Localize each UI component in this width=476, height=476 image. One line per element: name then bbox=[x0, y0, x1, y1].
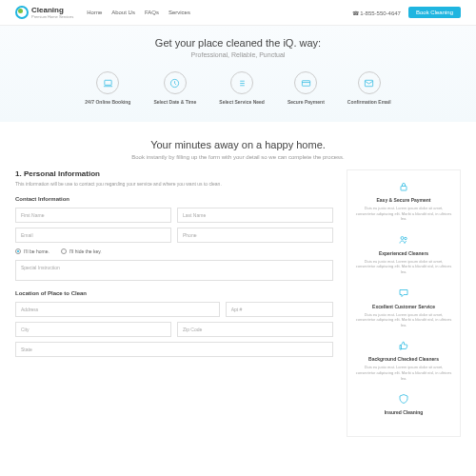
mid-section: Your minutes away on a happy home. Book … bbox=[0, 122, 476, 169]
address-field[interactable]: Address bbox=[15, 302, 220, 317]
feature-service: Excellent Customer Service Duis eu justo… bbox=[355, 287, 452, 328]
mail-icon bbox=[358, 71, 381, 94]
feature-cleaners: Experienced Cleaners Duis eu justo erat.… bbox=[355, 233, 452, 275]
svg-rect-0 bbox=[105, 80, 111, 85]
radio-icon bbox=[61, 248, 67, 254]
step-date: Select Date & Time bbox=[153, 71, 196, 105]
users-icon bbox=[397, 233, 410, 247]
nav-about[interactable]: About Us bbox=[111, 10, 135, 15]
phone-number[interactable]: ☎ 1-855-550-4647 bbox=[352, 10, 401, 16]
location-title: Location of Place to Clean bbox=[15, 290, 333, 296]
step-booking: 24/7 Online Booking bbox=[85, 71, 130, 105]
feature-insured: Insured Cleaning bbox=[355, 392, 452, 415]
booking-form: 1. Personal Information This information… bbox=[15, 169, 333, 437]
hero-subtitle: Professional, Reliable, Punctual bbox=[15, 51, 461, 58]
city-field[interactable]: City bbox=[15, 322, 171, 337]
navbar: Cleaning Premium Home Services Home Abou… bbox=[0, 0, 476, 26]
svg-rect-4 bbox=[401, 187, 407, 191]
list-icon bbox=[230, 71, 253, 94]
thumbs-up-icon bbox=[397, 339, 410, 352]
nav-home[interactable]: Home bbox=[87, 10, 102, 15]
zip-field[interactable]: Zip Code bbox=[177, 322, 333, 337]
card-icon bbox=[294, 71, 317, 94]
svg-point-6 bbox=[405, 237, 407, 240]
features-sidebar: Easy & Secure Payment Duis eu justo erat… bbox=[347, 169, 461, 437]
laptop-icon bbox=[96, 71, 119, 94]
email-field[interactable]: Email bbox=[15, 228, 171, 243]
logo-icon bbox=[15, 6, 29, 19]
svg-rect-2 bbox=[302, 80, 309, 86]
hero: Get your place cleaned the iQ. way: Prof… bbox=[0, 26, 476, 122]
chat-icon bbox=[397, 287, 410, 300]
lock-icon bbox=[397, 180, 410, 193]
form-section-desc: This information will be use to contact … bbox=[15, 181, 333, 187]
instruction-field[interactable]: Special Instruction bbox=[15, 260, 333, 281]
phone-field[interactable]: Phone bbox=[177, 228, 333, 243]
feature-payment: Easy & Secure Payment Duis eu justo erat… bbox=[355, 180, 452, 222]
radio-home[interactable]: I'll be home. bbox=[15, 248, 50, 254]
radio-key[interactable]: I'll hide the key. bbox=[61, 248, 102, 254]
steps-row: 24/7 Online Booking Select Date & Time S… bbox=[15, 71, 461, 105]
logo[interactable]: Cleaning Premium Home Services bbox=[15, 6, 73, 19]
nav-faqs[interactable]: FAQs bbox=[145, 10, 159, 15]
last-name-field[interactable]: Last Name bbox=[177, 208, 333, 223]
step-payment: Secure Payment bbox=[288, 71, 325, 105]
nav-links: Home About Us FAQs Services bbox=[87, 10, 190, 15]
mid-title: Your minutes away on a happy home. bbox=[15, 139, 461, 150]
contact-title: Contact Information bbox=[15, 196, 333, 202]
svg-point-5 bbox=[401, 236, 404, 239]
radio-icon bbox=[15, 248, 21, 254]
book-cleaning-button[interactable]: Book Cleaning bbox=[408, 7, 461, 18]
feature-background: Background Checked Cleaners Duis eu just… bbox=[355, 339, 452, 381]
apt-field[interactable]: Apt # bbox=[226, 302, 333, 317]
step-email: Confirmation Email bbox=[347, 71, 391, 105]
brand-name: Cleaning bbox=[31, 6, 73, 14]
svg-rect-3 bbox=[366, 80, 373, 86]
nav-services[interactable]: Services bbox=[169, 10, 190, 15]
brand-tagline: Premium Home Services bbox=[31, 14, 73, 19]
shield-icon bbox=[397, 392, 410, 406]
state-select[interactable]: State bbox=[15, 342, 333, 357]
clock-icon bbox=[164, 71, 187, 94]
content-row: 1. Personal Information This information… bbox=[0, 169, 476, 452]
first-name-field[interactable]: First Name bbox=[15, 208, 171, 223]
hero-title: Get your place cleaned the iQ. way: bbox=[15, 37, 461, 49]
form-section-title: 1. Personal Information bbox=[15, 169, 333, 178]
step-service: Select Service Need bbox=[219, 71, 265, 105]
mid-subtitle: Book instantly by filling up the form wi… bbox=[15, 154, 461, 160]
